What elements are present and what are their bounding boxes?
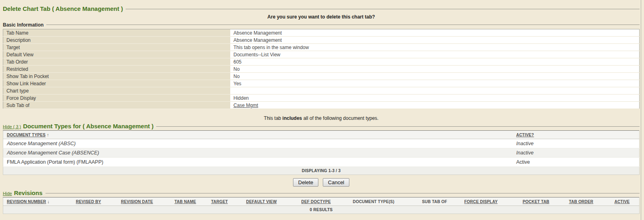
field-label: Description: [3, 37, 231, 44]
sort-target[interactable]: TARGET: [211, 199, 228, 204]
table-row: FMLA Application (Portal form) (FMLAAPP)…: [3, 158, 640, 167]
doc-type-name: Absence Management Case (ABSENCE): [3, 148, 513, 158]
field-value: Yes: [230, 80, 640, 87]
field-value: 605: [230, 58, 640, 66]
basic-info-title-row: Basic Information: [3, 22, 640, 28]
results-count: 0 RESULTS: [3, 206, 640, 214]
basic-info-table: Tab Name Absence Management Description …: [3, 29, 640, 109]
field-value: Absence Management: [230, 37, 640, 44]
table-row: Absence Management Case (ABSENCE) Inacti…: [3, 148, 640, 158]
table-row: Show Tab in Pocket No: [3, 73, 640, 80]
field-value: No: [230, 73, 640, 80]
target-column-header: TARGET: [208, 197, 243, 206]
field-label: Tab Name: [3, 29, 231, 37]
revisions-header-row: REVISION NUMBER↓ REVISED BY REVISION DAT…: [3, 197, 640, 206]
field-label: Default View: [3, 51, 231, 58]
sort-revised-by[interactable]: REVISED BY: [76, 199, 101, 204]
table-row: Show Link Header Yes: [3, 80, 640, 87]
sort-tab-name[interactable]: TAB NAME: [175, 199, 196, 204]
table-row: Tab Order 605: [3, 58, 640, 66]
field-value: No: [230, 66, 640, 73]
sort-tab-order[interactable]: TAB ORDER: [569, 199, 594, 204]
field-value: Absence Management: [230, 29, 640, 37]
sort-active[interactable]: ACTIVE?: [516, 133, 534, 137]
field-label: Sub Tab of: [3, 102, 231, 109]
sort-force-display[interactable]: FORCE DISPLAY: [464, 199, 498, 204]
doc-type-active: Inactive: [513, 148, 640, 158]
sort-default-view[interactable]: DEFAULT VIEW: [246, 199, 277, 204]
field-label: Force Display: [3, 95, 231, 102]
table-row: Absence Management (ABSC) Inactive: [3, 139, 640, 148]
document-types-column-label: DOCUMENT TYPE(S): [353, 199, 394, 204]
table-row: Chart type: [3, 87, 640, 95]
results-row: 0 RESULTS: [3, 206, 640, 214]
table-row: Sub Tab of Case Mgmt: [3, 102, 640, 109]
active-column-header: ACTIVE: [611, 197, 640, 206]
table-row: Target This tab opens in the same window: [3, 44, 640, 51]
displaying-count: DISPLAYING 1-3 / 3: [3, 167, 640, 175]
tab-order-column-header: TAB ORDER: [566, 197, 611, 206]
field-label: Restricted: [3, 66, 231, 73]
includes-note: This tab includes all of the following d…: [3, 115, 640, 121]
doc-types-rule: [156, 126, 640, 127]
displaying-row: DISPLAYING 1-3 / 3: [3, 167, 640, 175]
basic-info-title: Basic Information: [3, 22, 43, 28]
table-row: Restricted No: [3, 66, 640, 73]
field-value: Case Mgmt: [230, 102, 640, 109]
pocket-tab-column-header: POCKET TAB: [519, 197, 566, 206]
sort-desc-icon: ↓: [47, 199, 50, 204]
page-title-row: Delete Chart Tab ( Absence Management ): [3, 0, 640, 12]
includes-note-text: This tab: [264, 115, 281, 121]
doc-types-title-row: Hide ( 3 ) Document Types for ( Absence …: [3, 123, 640, 130]
cancel-button[interactable]: Cancel: [323, 178, 349, 187]
revised-by-column-header: REVISED BY: [72, 197, 118, 206]
sub-tab-of-column-header: SUB TAB OF: [419, 197, 461, 206]
sort-revision-number[interactable]: REVISION NUMBER: [7, 199, 46, 204]
sub-tab-of-link[interactable]: Case Mgmt: [233, 103, 258, 108]
tab-name-column-header: TAB NAME: [171, 197, 208, 206]
revisions-rule: [45, 193, 640, 193]
doc-type-active: Active: [513, 158, 640, 167]
table-row: Force Display Hidden: [3, 95, 640, 102]
sort-revision-date[interactable]: REVISION DATE: [121, 199, 153, 204]
field-label: Show Link Header: [3, 80, 231, 87]
hide-revisions-link[interactable]: Hide: [3, 191, 12, 196]
sort-active[interactable]: ACTIVE: [615, 199, 630, 204]
revision-date-column-header: REVISION DATE: [118, 197, 171, 206]
active-column-header: ACTIVE?: [513, 131, 640, 139]
field-value: This tab opens in the same window: [230, 44, 640, 51]
doc-type-name: FMLA Application (Portal form) (FMLAAPP): [3, 158, 513, 167]
confirm-question: Are you sure you want to delete this cha…: [3, 14, 640, 20]
sub-tab-of-column-label: SUB TAB OF: [422, 199, 447, 204]
delete-button[interactable]: Delete: [293, 178, 319, 187]
action-buttons: Delete Cancel: [3, 178, 640, 187]
sort-document-types[interactable]: DOCUMENT TYPES: [7, 133, 45, 137]
doc-type-name: Absence Management (ABSC): [3, 139, 513, 148]
table-row: Default View Documents--List View: [3, 51, 640, 58]
revisions-title-row: Hide Revisions: [3, 189, 640, 196]
field-label: Show Tab in Pocket: [3, 73, 231, 80]
doc-types-table: DOCUMENT TYPES↑ ACTIVE? Absence Manageme…: [3, 130, 640, 175]
includes-note-bold: includes: [283, 115, 302, 121]
includes-note-text: all of the following document types.: [303, 115, 379, 121]
field-label: Tab Order: [3, 58, 231, 66]
doc-types-header-row: DOCUMENT TYPES↑ ACTIVE?: [3, 131, 640, 139]
sort-pocket-tab[interactable]: POCKET TAB: [523, 199, 549, 204]
doc-types-title: Document Types for ( Absence Management …: [23, 123, 153, 130]
default-view-column-header: DEFAULT VIEW: [243, 197, 298, 206]
revisions-title: Revisions: [14, 189, 43, 196]
page-title: Delete Chart Tab ( Absence Management ): [3, 5, 123, 12]
delete-chart-tab-page: Delete Chart Tab ( Absence Management ) …: [0, 0, 642, 214]
frame-divider: [641, 0, 641, 220]
revisions-table: REVISION NUMBER↓ REVISED BY REVISION DAT…: [3, 197, 640, 214]
sort-def-doctype[interactable]: DEF DOCTYPE: [301, 199, 331, 204]
field-label: Target: [3, 44, 231, 51]
basic-info-rule: [46, 25, 640, 25]
doc-type-active: Inactive: [513, 139, 640, 148]
document-types-column-header: DOCUMENT TYPE(S): [349, 197, 419, 206]
field-value: [230, 87, 640, 95]
revision-number-column-header: REVISION NUMBER↓: [3, 197, 72, 206]
hide-doc-types-link[interactable]: Hide ( 3 ): [3, 124, 21, 129]
field-value: Hidden: [230, 95, 640, 102]
table-row: Description Absence Management: [3, 37, 640, 44]
